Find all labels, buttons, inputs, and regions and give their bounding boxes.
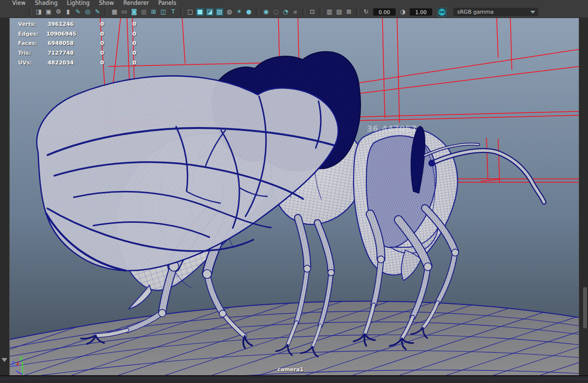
on-toggle-circle: ON bbox=[439, 9, 445, 16]
menu-panels[interactable]: Panels bbox=[158, 0, 176, 6]
toolbar-separator bbox=[180, 8, 183, 16]
grid-icon[interactable]: ▦ bbox=[110, 8, 119, 16]
toolbar-separator bbox=[105, 8, 107, 16]
colorspace-dropdown[interactable]: sRGB gamma bbox=[453, 8, 538, 16]
menu-renderer[interactable]: Renderer bbox=[124, 0, 149, 6]
hud-row: Edges:1090694500 bbox=[18, 29, 136, 39]
safe-title-icon[interactable]: T bbox=[169, 8, 177, 16]
render-region-icon[interactable]: ▪ bbox=[291, 8, 299, 16]
viewport-canvas[interactable] bbox=[9, 18, 579, 376]
contrast-icon[interactable]: ◑ bbox=[399, 8, 407, 16]
axis-y-label: y bbox=[20, 355, 23, 361]
color-management-toggle[interactable]: ON bbox=[438, 8, 446, 17]
textured-icon[interactable]: ▨ bbox=[215, 8, 224, 16]
gate-mask-icon[interactable]: ▩ bbox=[140, 8, 148, 16]
motion-blur-icon[interactable]: ◌ bbox=[272, 8, 280, 16]
shadows-icon[interactable]: ● bbox=[245, 8, 253, 16]
resolution-gate-icon[interactable]: ◙ bbox=[130, 8, 138, 16]
isolate-select-icon[interactable]: ⊡ bbox=[308, 8, 316, 16]
axis-orientation-gizmo[interactable]: y x z bbox=[8, 348, 37, 376]
toolbar-icon-strip: ◨▣⚙▮✎◎✎▦▭◙▩⊞◫T□■◪▨◍☀●◉◌◔▪⊡▥▤⊠ bbox=[27, 8, 360, 16]
lighting-icon[interactable]: ☀ bbox=[235, 8, 243, 16]
use-default-material-icon[interactable]: ◍ bbox=[225, 8, 233, 16]
gamma-field[interactable]: 1.00 bbox=[410, 8, 432, 16]
panel-bottom-border bbox=[0, 375, 588, 383]
panel-left-border bbox=[0, 18, 10, 383]
bookmark-icon[interactable]: ▮ bbox=[64, 8, 72, 16]
hud-row: UVs:482203400 bbox=[18, 58, 136, 67]
backface-culling-icon[interactable]: ⊠ bbox=[345, 8, 353, 16]
lock-camera-icon[interactable]: ▣ bbox=[44, 8, 53, 16]
menu-shading[interactable]: Shading bbox=[35, 0, 58, 6]
camera-name-label: camera1 bbox=[270, 366, 311, 373]
camera-attributes-icon[interactable]: ⚙ bbox=[54, 8, 63, 16]
exposure-field[interactable]: 0.00 bbox=[373, 8, 396, 16]
grease-pencil-icon[interactable]: ✎ bbox=[74, 8, 82, 16]
axis-x-label: x bbox=[16, 361, 20, 366]
toolbar-separator bbox=[256, 8, 259, 16]
axis-z-label: z bbox=[12, 360, 15, 365]
hud-row: Faces:694805800 bbox=[18, 39, 136, 48]
manipulator-measurement: 36.447057 bbox=[367, 124, 417, 133]
wireframe-on-shaded-icon[interactable]: ◪ bbox=[206, 8, 214, 16]
film-gate-icon[interactable]: ▭ bbox=[120, 8, 128, 16]
heads-up-display: Verts:396124600Edges:1090694500Faces:694… bbox=[18, 20, 136, 67]
xray-joints-icon[interactable]: ▤ bbox=[335, 8, 343, 16]
toolbar-separator bbox=[356, 8, 359, 16]
field-chart-icon[interactable]: ⊞ bbox=[149, 8, 158, 16]
menu-view[interactable]: View bbox=[12, 0, 25, 6]
select-camera-icon[interactable]: ◨ bbox=[35, 8, 43, 16]
hud-row: Tris:712774800 bbox=[18, 48, 136, 58]
viewport-toolbar: ◨▣⚙▮✎◎✎▦▭◙▩⊞◫T□■◪▨◍☀●◉◌◔▪⊡▥▤⊠ ↻ 0.00 ◑ 1… bbox=[0, 6, 588, 18]
toolbar-separator bbox=[302, 8, 305, 16]
anti-aliasing-icon[interactable]: ◔ bbox=[281, 8, 290, 16]
safe-action-icon[interactable]: ◫ bbox=[159, 8, 168, 16]
panel-menu-bar: ViewShadingLightingShowRendererPanels bbox=[0, 0, 588, 6]
smooth-shade-all-icon[interactable]: ■ bbox=[196, 8, 204, 16]
grease-pencil-tool-icon[interactable]: ✎ bbox=[93, 8, 102, 16]
wireframe-cube-icon[interactable]: □ bbox=[186, 8, 194, 16]
chevron-down-icon bbox=[530, 11, 535, 14]
ambient-occlusion-icon[interactable]: ◉ bbox=[262, 8, 270, 16]
hud-row: Verts:396124600 bbox=[18, 20, 136, 29]
exposure-icon[interactable]: ↻ bbox=[362, 8, 370, 16]
viewport-panel[interactable]: Verts:396124600Edges:1090694500Faces:694… bbox=[0, 18, 588, 383]
menu-lighting[interactable]: Lighting bbox=[67, 0, 89, 6]
pan-zoom-icon[interactable]: ◎ bbox=[84, 8, 92, 16]
panel-splitter-arrow-icon[interactable] bbox=[1, 358, 7, 362]
colorspace-value: sRGB gamma bbox=[457, 9, 494, 15]
toolbar-separator bbox=[319, 8, 322, 16]
toolbar-separator bbox=[29, 8, 32, 16]
scrollbar-notch[interactable] bbox=[583, 287, 587, 328]
xray-icon[interactable]: ▥ bbox=[325, 8, 334, 16]
panel-right-border bbox=[579, 18, 588, 383]
menu-show[interactable]: Show bbox=[99, 0, 114, 6]
